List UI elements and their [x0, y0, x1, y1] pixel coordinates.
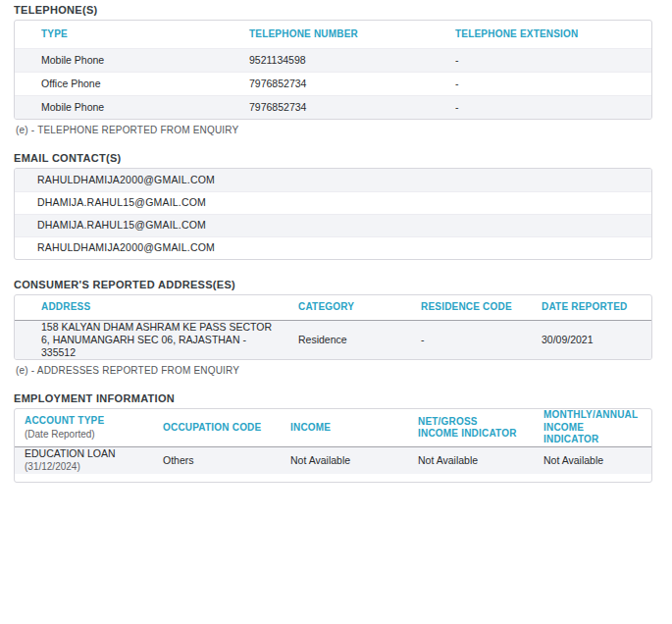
list-item: RAHULDHAMIJA2000@GMAIL.COM	[15, 236, 651, 259]
emails-table: RAHULDHAMIJA2000@GMAIL.COM DHAMIJA.RAHUL…	[14, 168, 652, 260]
employment-date-reported: (31/12/2024)	[25, 461, 139, 474]
phone-extension: -	[455, 101, 651, 114]
email-address: DHAMIJA.RAHUL15@GMAIL.COM	[15, 219, 651, 232]
phone-type: Mobile Phone	[15, 54, 249, 67]
employment-occupation-code: Others	[153, 454, 281, 467]
address-residence-code: -	[421, 334, 542, 346]
section-addresses: CONSUMER'S REPORTED ADDRESS(ES) ADDRESS …	[14, 279, 652, 376]
column-header-type: TYPE	[15, 28, 249, 41]
section-title-addresses: CONSUMER'S REPORTED ADDRESS(ES)	[14, 279, 652, 290]
section-telephones: TELEPHONE(S) TYPE TELEPHONE NUMBER TELEP…	[14, 4, 652, 135]
column-header-income: INCOME	[281, 422, 408, 435]
column-header-date-reported-sub: (Date Reported)	[25, 429, 139, 442]
phone-type: Office Phone	[15, 78, 249, 90]
employment-monthly-annual-indicator: Not Available	[534, 454, 651, 467]
employment-income: Not Available	[281, 454, 408, 467]
phone-number: 7976852734	[249, 101, 455, 114]
phone-number: 7976852734	[249, 78, 455, 90]
telephones-footnote: (e) - TELEPHONE REPORTED FROM ENQUIRY	[16, 125, 652, 135]
section-title-employment: EMPLOYMENT INFORMATION	[14, 392, 652, 404]
address-date-reported: 30/09/2021	[542, 334, 651, 346]
email-address: DHAMIJA.RAHUL15@GMAIL.COM	[15, 196, 651, 209]
column-header-telephone-extension: TELEPHONE EXTENSION	[455, 28, 651, 41]
employment-header-row: ACCOUNT TYPE (Date Reported) OCCUPATION …	[15, 409, 651, 447]
section-emails: EMAIL CONTACT(S) RAHULDHAMIJA2000@GMAIL.…	[14, 152, 652, 260]
column-header-net-gross-income-indicator: NET/GROSS INCOME INDICATOR	[408, 416, 534, 441]
column-header-address: ADDRESS	[15, 301, 298, 314]
column-header-account-type: ACCOUNT TYPE (Date Reported)	[15, 415, 153, 441]
telephones-table: TYPE TELEPHONE NUMBER TELEPHONE EXTENSIO…	[14, 20, 652, 120]
column-header-category: CATEGORY	[298, 301, 421, 314]
table-row: EDUCATION LOAN (31/12/2024) Others Not A…	[15, 447, 651, 474]
table-row: Mobile Phone 9521134598 -	[15, 48, 651, 72]
list-item: DHAMIJA.RAHUL15@GMAIL.COM	[15, 191, 651, 214]
addresses-footnote: (e) - ADDRESSES REPORTED FROM ENQUIRY	[16, 365, 652, 376]
addresses-table: ADDRESS CATEGORY RESIDENCE CODE DATE REP…	[14, 294, 652, 360]
employment-account-type-value: EDUCATION LOAN	[25, 447, 116, 459]
address-value: 158 KALYAN DHAM ASHRAM KE PASS SECTOR 6,…	[15, 321, 298, 359]
phone-number: 9521134598	[249, 54, 455, 67]
table-row: 158 KALYAN DHAM ASHRAM KE PASS SECTOR 6,…	[15, 321, 651, 359]
list-item: DHAMIJA.RAHUL15@GMAIL.COM	[15, 214, 651, 236]
list-item: RAHULDHAMIJA2000@GMAIL.COM	[15, 169, 651, 191]
table-row: Office Phone 7976852734 -	[15, 72, 651, 95]
phone-extension: -	[455, 78, 651, 90]
phone-type: Mobile Phone	[15, 101, 249, 114]
employment-account-type: EDUCATION LOAN (31/12/2024)	[15, 447, 153, 474]
column-header-residence-code: RESIDENCE CODE	[421, 301, 542, 314]
email-address: RAHULDHAMIJA2000@GMAIL.COM	[15, 241, 651, 254]
section-employment: EMPLOYMENT INFORMATION ACCOUNT TYPE (Dat…	[14, 392, 652, 483]
address-category: Residence	[298, 334, 421, 346]
section-title-telephones: TELEPHONE(S)	[14, 4, 652, 16]
column-header-telephone-number: TELEPHONE NUMBER	[249, 28, 455, 41]
phone-extension: -	[455, 54, 651, 67]
column-header-occupation-code: OCCUPATION CODE	[153, 422, 281, 435]
column-header-date-reported: DATE REPORTED	[542, 301, 651, 314]
employment-table: ACCOUNT TYPE (Date Reported) OCCUPATION …	[14, 408, 652, 483]
column-header-monthly-annual-income-indicator: MONTHLY/ANNUAL INCOME INDICATOR	[534, 409, 651, 446]
telephones-header-row: TYPE TELEPHONE NUMBER TELEPHONE EXTENSIO…	[15, 21, 651, 48]
credit-report-page: TELEPHONE(S) TYPE TELEPHONE NUMBER TELEP…	[0, 0, 672, 483]
addresses-header-row: ADDRESS CATEGORY RESIDENCE CODE DATE REP…	[15, 295, 651, 321]
table-row: Mobile Phone 7976852734 -	[15, 95, 651, 119]
email-address: RAHULDHAMIJA2000@GMAIL.COM	[15, 174, 651, 186]
employment-net-gross-indicator: Not Available	[408, 454, 534, 467]
section-title-emails: EMAIL CONTACT(S)	[14, 152, 652, 164]
column-header-account-type-label: ACCOUNT TYPE	[25, 415, 104, 426]
